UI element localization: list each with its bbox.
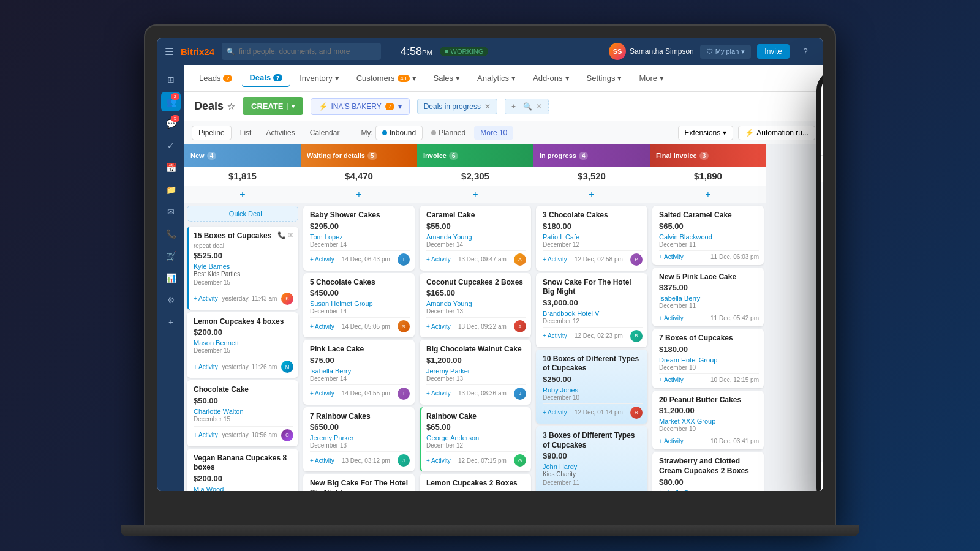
deal-card[interactable]: 20 Peanut Butter Cakes $1,200.00 Market … (652, 391, 764, 450)
deal-card[interactable]: Coconut Cupcakes 2 Boxes $165.00 Amanda … (420, 273, 531, 338)
deal-card[interactable]: Chocolate Cake $50.00 Charlotte Walton D… (187, 380, 298, 446)
add-activity[interactable]: + Activity (426, 256, 451, 263)
deal-card[interactable]: Strawberry and Clotted Cream Cupcakes 2 … (652, 452, 764, 491)
col-add-new[interactable]: + (184, 186, 301, 203)
tab-list[interactable]: List (234, 126, 258, 140)
nav-customers[interactable]: Customers 43 ▾ (349, 70, 424, 86)
sidebar-chat[interactable]: 💬5 (161, 114, 181, 133)
col-amount-waiting: $4,470 (301, 167, 417, 186)
deal-card[interactable]: Pink Lace Cake $75.00 Isabella Berry Dec… (303, 340, 415, 405)
remove-filter-icon[interactable]: ✕ (484, 102, 491, 111)
nav-more[interactable]: More ▾ (631, 70, 671, 86)
filter-button[interactable]: ⚡ INA'S BAKERY 7 ▾ (311, 98, 410, 115)
add-activity[interactable]: + Activity (194, 432, 218, 438)
extensions-button[interactable]: Extensions ▾ (678, 126, 734, 140)
deal-card[interactable]: Rainbow Cake $65.00 George Anderson Dece… (420, 407, 531, 472)
deal-card[interactable]: Lemon Cupcakes 4 boxes $200.00 Mason Ben… (187, 312, 298, 378)
star-icon[interactable]: ☆ (227, 102, 235, 111)
automation-button[interactable]: ⚡ Automation ru... (738, 126, 815, 140)
deal-contact[interactable]: Kyle Barnes (194, 263, 271, 270)
add-activity[interactable]: + Activity (543, 409, 567, 416)
sidebar-add[interactable]: + (161, 312, 181, 332)
nav-inventory[interactable]: Inventory ▾ (292, 70, 346, 86)
create-button[interactable]: CREATE ▾ (243, 97, 303, 115)
deal-card[interactable]: 3 Boxes of Different Types of Cupcakes $… (536, 426, 647, 491)
deal-card[interactable]: Baby Shower Cakes $295.00 Tom Lopez Dece… (303, 206, 415, 271)
deal-card[interactable]: Big Chocolate Walnut Cake $1,200.00 Jere… (420, 340, 531, 405)
sidebar-mail[interactable]: ✉ (161, 202, 181, 222)
nav-settings[interactable]: Settings ▾ (579, 70, 630, 86)
deal-card[interactable]: Snow Cake For The Hotel Big Night $3,000… (536, 273, 647, 347)
deal-card[interactable]: Caramel Cake $55.00 Amanda Young Decembe… (420, 206, 531, 271)
sidebar-tasks[interactable]: ✓ (161, 136, 181, 156)
deal-card[interactable]: 3 Chocolate Cakes $180.00 Patio L Cafe D… (536, 206, 647, 271)
deal-card[interactable]: New Big Cake For The Hotel Big Night $3,… (303, 474, 415, 491)
add-activity[interactable]: + Activity (310, 323, 334, 330)
add-activity[interactable]: + Activity (426, 457, 451, 464)
add-activity[interactable]: + Activity (426, 323, 451, 330)
nav-leads[interactable]: Leads 2 (192, 70, 239, 86)
add-activity[interactable]: + Activity (310, 457, 334, 464)
add-activity[interactable]: + Activity (194, 364, 218, 370)
add-activity[interactable]: + Activity (659, 315, 684, 321)
sidebar-home[interactable]: ⊞ (161, 70, 181, 89)
card-mail-icon[interactable]: ✉ (288, 231, 293, 239)
hamburger-icon[interactable]: ☰ (165, 46, 173, 58)
filter-inbound[interactable]: Inbound (375, 126, 423, 140)
deal-avatar: P (630, 253, 643, 266)
deal-card[interactable]: Lemon Cupcakes 2 Boxes $175.00 Ruby Jone… (420, 474, 531, 491)
sidebar-settings[interactable]: ⚙ (161, 290, 181, 310)
search-input[interactable] (239, 47, 376, 56)
tab-activities[interactable]: Activities (260, 126, 301, 140)
add-activity[interactable]: + Activity (310, 390, 334, 397)
sidebar-analytics[interactable]: 📊 (161, 268, 181, 288)
filter-planned[interactable]: Planned (425, 126, 472, 140)
sidebar-calendar[interactable]: 📅 (161, 158, 181, 178)
add-activity[interactable]: + Activity (659, 438, 684, 444)
col-add-final[interactable]: + (650, 186, 766, 203)
deal-avatar: C (281, 429, 293, 441)
deal-card[interactable]: 5 Chocolate Cakes $450.00 Susan Helmet G… (303, 273, 415, 338)
clear-search-icon[interactable]: ✕ (536, 102, 542, 111)
tab-pipeline[interactable]: Pipeline (192, 126, 232, 140)
deal-card[interactable]: 7 Boxes of Cupcakes $180.00 Dream Hotel … (652, 329, 764, 388)
add-activity[interactable]: + Activity (543, 332, 567, 339)
deal-card[interactable]: New 5 Pink Lace Cake $375.00 Isabella Be… (652, 268, 764, 327)
col-add-waiting[interactable]: + (301, 186, 417, 203)
deal-card[interactable]: Vegan Banana Cupcakes 8 boxes $200.00 Mi… (187, 449, 298, 491)
phone-status-bar: 12:43 ▮▮▮ WiFi 99 (821, 73, 823, 100)
search-bar[interactable]: 🔍 (222, 43, 381, 60)
deals-header: Deals ☆ CREATE ▾ ⚡ INA'S BAKERY 7 (184, 92, 823, 121)
card-phone-icon[interactable]: 📞 (277, 231, 286, 239)
sidebar-phone[interactable]: 📞 (161, 224, 181, 244)
col-add-progress[interactable]: + (533, 186, 650, 203)
more-filters-button[interactable]: More 10 (474, 126, 513, 140)
deal-card[interactable]: Salted Caramel Cake $65.00 Calvin Blackw… (652, 206, 764, 265)
invite-button[interactable]: Invite (757, 44, 790, 59)
sidebar-crm[interactable]: 👥2 (161, 92, 181, 111)
nav-sales[interactable]: Sales ▾ (426, 70, 468, 86)
deal-card[interactable]: 15 Boxes of Cupcakes repeat deal $525.00… (187, 227, 298, 310)
add-activity[interactable]: + Activity (426, 390, 451, 397)
add-activity[interactable]: + Activity (194, 295, 218, 302)
deal-card[interactable]: 7 Rainbow Cakes $650.00 Jeremy Parker De… (303, 407, 415, 472)
sidebar-drive[interactable]: 📁 (161, 180, 181, 200)
add-activity[interactable]: + Activity (543, 256, 567, 263)
col-add-invoice[interactable]: + (417, 186, 533, 203)
deal-card[interactable]: 10 Boxes of Different Types of Cupcakes … (536, 350, 647, 424)
user-menu[interactable]: SS Samantha Simpson (609, 43, 694, 60)
sidebar-shop[interactable]: 🛒 (161, 246, 181, 266)
col-header-new: New 4 (184, 144, 301, 167)
plan-button[interactable]: 🛡 My plan ▾ (700, 45, 752, 59)
quick-deal-button[interactable]: + Quick Deal (187, 206, 298, 222)
nav-addons[interactable]: Add-ons ▾ (526, 70, 576, 86)
add-filter[interactable]: + 🔍 ✕ (505, 99, 549, 114)
help-icon[interactable]: ? (796, 42, 815, 61)
nav-analytics[interactable]: Analytics ▾ (470, 70, 523, 86)
add-activity[interactable]: + Activity (659, 253, 684, 260)
add-activity[interactable]: + Activity (659, 377, 684, 383)
add-activity[interactable]: + Activity (310, 256, 334, 263)
active-filter-tag[interactable]: Deals in progress ✕ (417, 99, 497, 114)
nav-deals[interactable]: Deals 7 (242, 69, 290, 87)
tab-calendar[interactable]: Calendar (304, 126, 346, 140)
